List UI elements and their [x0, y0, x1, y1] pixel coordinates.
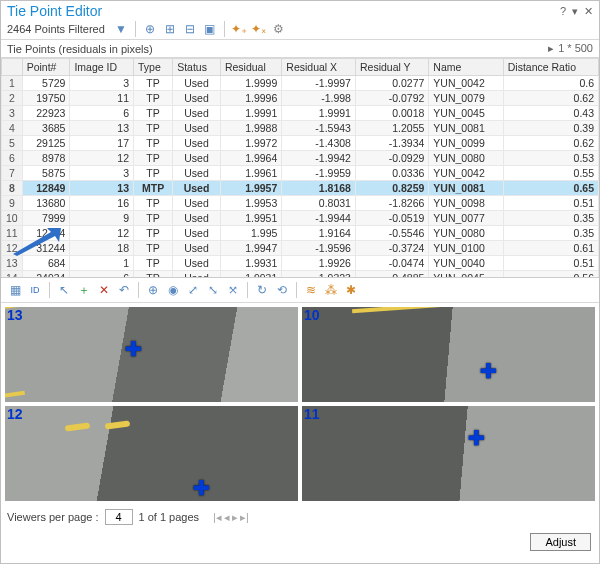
table-row[interactable]: 6897812TPUsed1.9964-1.9942-0.0929YUN_008… — [2, 151, 599, 166]
column-header[interactable]: Type — [134, 59, 173, 76]
table-caption: Tie Points (residuals in pixels) — [7, 43, 153, 55]
fit-icon[interactable]: ⤧ — [225, 282, 241, 298]
refresh-icon[interactable]: ↻ — [254, 282, 270, 298]
box-tool-icon[interactable]: ▣ — [202, 21, 218, 37]
tie-points-table: Point#Image IDTypeStatusResidualResidual… — [1, 58, 599, 278]
tie-point-marker[interactable]: ✚ — [193, 476, 210, 500]
viewers-per-page-label: Viewers per page : — [7, 511, 99, 523]
remove-tool-icon[interactable]: ✕ — [96, 282, 112, 298]
id-toggle-icon[interactable]: ID — [27, 282, 43, 298]
column-header[interactable]: Name — [429, 59, 503, 76]
tie-point-marker[interactable]: ✚ — [468, 426, 485, 450]
help-icon[interactable]: ? — [560, 5, 566, 18]
page-count: 1 of 1 pages — [139, 511, 200, 523]
table-row[interactable]: 136841TPUsed1.99311.9926-0.0474YUN_00400… — [2, 256, 599, 271]
page-prev-icon[interactable]: ◂ — [224, 511, 230, 524]
expand-icon[interactable]: ⤢ — [185, 282, 201, 298]
image-viewer[interactable]: 13✚ — [5, 307, 298, 402]
minimize-icon[interactable]: ▾ — [572, 5, 578, 18]
table-row[interactable]: 758753TPUsed1.9961-1.99590.0336YUN_00420… — [2, 166, 599, 181]
column-header[interactable]: Residual — [220, 59, 281, 76]
column-header[interactable]: Status — [173, 59, 221, 76]
page-first-icon[interactable]: |◂ — [213, 511, 222, 524]
link-point-icon[interactable]: ⊞ — [162, 21, 178, 37]
pager-range: 1 * 500 — [558, 42, 593, 54]
table-row[interactable]: 123124418TPUsed1.9947-1.9596-0.3724YUN_0… — [2, 241, 599, 256]
column-header[interactable]: Image ID — [70, 59, 134, 76]
column-header[interactable]: Residual X — [282, 59, 356, 76]
table-row[interactable]: 21975011TPUsed1.9996-1.998-0.0792YUN_007… — [2, 91, 599, 106]
table-row[interactable]: 4368513TPUsed1.9988-1.59431.2055YUN_0081… — [2, 121, 599, 136]
table-row[interactable]: 14249346TPUsed1.9931-1.93230.4885YUN_004… — [2, 271, 599, 279]
image-viewer[interactable]: 12✚ — [5, 406, 298, 501]
page-next-icon[interactable]: ▸ — [232, 511, 238, 524]
focus-icon[interactable]: ◉ — [165, 282, 181, 298]
page-last-icon[interactable]: ▸| — [240, 511, 249, 524]
column-header[interactable]: Residual Y — [355, 59, 428, 76]
add-point-icon[interactable]: ⊕ — [142, 21, 158, 37]
add-tool-icon[interactable]: ＋ — [76, 282, 92, 298]
shrink-icon[interactable]: ⤡ — [205, 282, 221, 298]
tie-point-marker[interactable]: ✚ — [125, 337, 142, 361]
table-row[interactable]: 111274412TPUsed1.9951.9164-0.5546YUN_008… — [2, 226, 599, 241]
viewers-per-page-input[interactable] — [105, 509, 133, 525]
grid-layout-icon[interactable]: ▦ — [7, 282, 23, 298]
table-row[interactable]: 3229236TPUsed1.99911.99910.0018YUN_00450… — [2, 106, 599, 121]
close-icon[interactable]: ✕ — [584, 5, 593, 18]
image-viewer[interactable]: 11✚ — [302, 406, 595, 501]
star-add-icon[interactable]: ✦₊ — [231, 21, 247, 37]
column-header[interactable]: Distance Ratio — [503, 59, 598, 76]
table-row[interactable]: 91368016TPUsed1.99530.8031-1.8266YUN_009… — [2, 196, 599, 211]
adjust1-icon[interactable]: ≋ — [303, 282, 319, 298]
viewer-id-label: 12 — [7, 406, 23, 422]
gear-icon[interactable]: ⚙ — [271, 21, 287, 37]
table-row[interactable]: 1079999TPUsed1.9951-1.9944-0.0519YUN_007… — [2, 211, 599, 226]
filtered-count: 2464 Points Filtered — [7, 23, 105, 35]
filter-icon[interactable]: ▼ — [113, 21, 129, 37]
viewer-id-label: 10 — [304, 307, 320, 323]
column-header[interactable]: Point# — [22, 59, 70, 76]
star-remove-icon[interactable]: ✦ₓ — [251, 21, 267, 37]
select-tool-icon[interactable]: ↖ — [56, 282, 72, 298]
table-row[interactable]: 81284913MTPUsed1.99571.81680.8259YUN_008… — [2, 181, 599, 196]
sync-icon[interactable]: ⟲ — [274, 282, 290, 298]
table-row[interactable]: 157293TPUsed1.9999-1.99970.0277YUN_00420… — [2, 76, 599, 91]
panel-title: Tie Point Editor — [7, 3, 102, 19]
delete-point-icon[interactable]: ⊟ — [182, 21, 198, 37]
adjust3-icon[interactable]: ✱ — [343, 282, 359, 298]
viewer-id-label: 13 — [7, 307, 23, 323]
pager-prev-icon[interactable]: ▸ — [548, 42, 554, 54]
viewer-id-label: 11 — [304, 406, 320, 422]
adjust2-icon[interactable]: ⁂ — [323, 282, 339, 298]
adjust-button[interactable]: Adjust — [530, 533, 591, 551]
tie-point-marker[interactable]: ✚ — [480, 359, 497, 383]
image-viewer[interactable]: 10✚ — [302, 307, 595, 402]
table-row[interactable]: 52912517TPUsed1.9972-1.4308-1.3934YUN_00… — [2, 136, 599, 151]
undo-icon[interactable]: ↶ — [116, 282, 132, 298]
target-icon[interactable]: ⊕ — [145, 282, 161, 298]
